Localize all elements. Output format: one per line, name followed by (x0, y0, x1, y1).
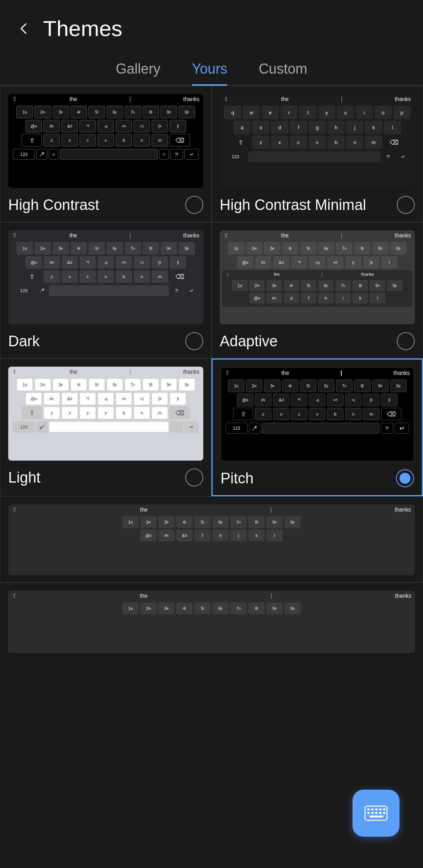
svg-rect-10 (383, 812, 385, 814)
theme-name-pitch: Pitch (221, 470, 253, 487)
svg-rect-6 (367, 812, 370, 814)
radio-light[interactable] (185, 468, 203, 486)
keyboard-preview-adaptive: ⇧ the | thanks 1q 2w 3e 4r 5t 6y 7u 8i 9… (220, 230, 415, 324)
keyboard-fab[interactable] (352, 790, 400, 837)
keyboard-preview-high-contrast: ⇧ the | thanks 1q 2w 3e 4r 5t 6y 7u 8i 9… (8, 94, 203, 188)
svg-rect-11 (369, 816, 383, 817)
theme-name-high-contrast: High Contrast (8, 197, 99, 213)
radio-adaptive[interactable] (397, 332, 415, 350)
theme-name-light: Light (8, 469, 40, 486)
keyboard-preview-high-contrast-minimal: ⇧ the | thanks q w e r t y u i o p (220, 94, 415, 188)
svg-rect-3 (375, 808, 378, 810)
svg-rect-5 (383, 808, 385, 810)
page-title: Themes (43, 16, 122, 41)
theme-card-high-contrast[interactable]: ⇧ the | thanks 1q 2w 3e 4r 5t 6y 7u 8i 9… (0, 86, 212, 222)
keyboard-preview-dark: ⇧ the | thanks 1q 2w 3e 4r 5t 6y 7u 8i 9… (8, 230, 203, 324)
theme-card-adaptive[interactable]: ⇧ the | thanks 1q 2w 3e 4r 5t 6y 7u 8i 9… (212, 222, 423, 358)
radio-high-contrast[interactable] (185, 196, 203, 214)
keyboard-icon (364, 805, 388, 821)
theme-card-high-contrast-minimal[interactable]: ⇧ the | thanks q w e r t y u i o p (212, 86, 423, 222)
tabs-bar: Gallery Yours Custom (0, 49, 423, 86)
tab-gallery[interactable]: Gallery (116, 61, 161, 85)
back-button[interactable] (12, 17, 35, 40)
theme-name-high-contrast-minimal: High Contrast Minimal (220, 197, 366, 213)
theme-card-dark[interactable]: ⇧ the | thanks 1q 2w 3e 4r 5t 6y 7u 8i 9… (0, 222, 212, 358)
theme-card-light[interactable]: ⇧ the | thanks 1q 2w 3e 4r 5t 6y 7u 8i 9… (0, 358, 212, 496)
svg-rect-2 (371, 808, 374, 810)
svg-rect-9 (379, 812, 381, 814)
keyboard-preview-light: ⇧ the | thanks 1q 2w 3e 4r 5t 6y 7u 8i 9… (8, 367, 203, 461)
svg-rect-7 (371, 812, 374, 814)
keyboard-preview-pitch: ⇧ the | thanks 1q 2w 3e 4r 5t 6y 7u 8i 9… (221, 367, 414, 461)
theme-name-dark: Dark (8, 333, 40, 350)
theme-card-pitch[interactable]: ⇧ the | thanks 1q 2w 3e 4r 5t 6y 7u 8i 9… (212, 358, 423, 496)
radio-dark[interactable] (185, 332, 203, 350)
tab-yours[interactable]: Yours (192, 61, 228, 85)
theme-name-adaptive: Adaptive (220, 333, 278, 350)
svg-rect-8 (375, 812, 378, 814)
theme-card-the-thanks-partial[interactable]: ⇧ the | thanks 1q 2w 3e 4r 5t 6y 7u 8i 9… (0, 496, 423, 582)
svg-rect-4 (379, 808, 381, 810)
radio-high-contrast-minimal[interactable] (397, 196, 415, 214)
radio-pitch[interactable] (396, 469, 414, 487)
theme-name-the-thanks: the thanks (8, 580, 77, 582)
tab-custom[interactable]: Custom (258, 61, 307, 85)
svg-rect-1 (367, 808, 370, 810)
header: Themes (0, 0, 423, 49)
themes-grid: ⇧ the | thanks 1q 2w 3e 4r 5t 6y 7u 8i 9… (0, 86, 423, 496)
partial-bottom-row: ⇧ the | thanks 1q 2w 3e 4r 5t 6y 7u 8i 9… (0, 582, 423, 653)
